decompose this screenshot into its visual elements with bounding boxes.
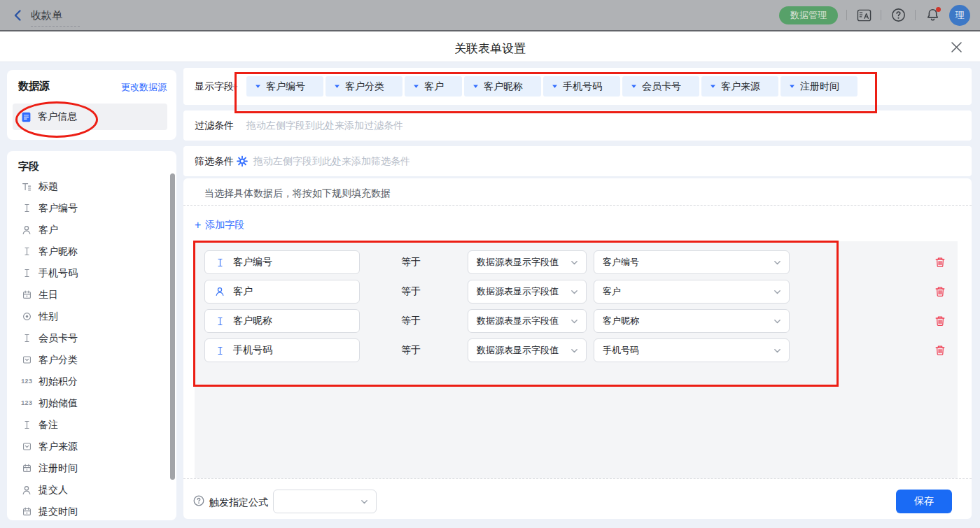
datasource-title: 数据源 xyxy=(18,80,50,93)
rule-source-select[interactable]: 数据源表显示字段值 xyxy=(468,309,587,333)
help-circle-icon[interactable] xyxy=(193,495,204,506)
rule-rows: 客户编号 等于 数据源表显示字段值 客户编号 xyxy=(204,250,948,362)
rule-field[interactable]: 客户 xyxy=(204,280,360,304)
rule-value-select[interactable]: 客户编号 xyxy=(594,250,790,274)
chevron-down-icon xyxy=(570,287,579,297)
field-list-item[interactable]: 标题 xyxy=(7,176,176,197)
field-list-item[interactable]: 生日 xyxy=(7,284,176,306)
select-icon xyxy=(21,355,32,366)
field-list-item-label: 备注 xyxy=(38,419,58,431)
field-list-item[interactable]: 客户 xyxy=(7,219,176,241)
avatar[interactable]: 理 xyxy=(949,5,970,26)
fields-scrollbar[interactable] xyxy=(170,173,175,480)
field-list-item[interactable]: 123 初始积分 xyxy=(7,371,176,392)
trash-icon[interactable] xyxy=(934,257,946,268)
chevron-down-icon xyxy=(570,317,579,326)
field-list-item-label: 提交时间 xyxy=(38,506,78,518)
field-list-item[interactable]: 123 初始储值 xyxy=(7,392,176,414)
display-field-tag-label: 注册时间 xyxy=(800,80,839,93)
field-list-item-label: 手机号码 xyxy=(38,267,78,280)
rule-row: 手机号码 等于 数据源表显示字段值 手机号码 xyxy=(204,338,948,362)
notification-dot xyxy=(936,7,941,12)
rule-field[interactable]: 客户编号 xyxy=(204,250,360,274)
display-field-tags: 客户编号 客户分类 客户 客户昵称 手机号码 会员卡号 xyxy=(246,68,858,105)
filter-condition-row[interactable]: 过滤条件 拖动左侧字段到此处来添加过滤条件 xyxy=(183,110,972,141)
field-list-item-label: 客户分类 xyxy=(38,354,78,366)
filter-condition-label: 过滤条件 xyxy=(195,120,234,132)
field-list-item[interactable]: 手机号码 xyxy=(7,262,176,284)
rule-row: 客户昵称 等于 数据源表显示字段值 客户昵称 xyxy=(204,309,948,333)
triangle-down-icon xyxy=(413,83,419,90)
separator xyxy=(846,10,847,20)
datasource-selected-label: 客户信息 xyxy=(38,110,77,123)
add-field-button[interactable]: + 添加字段 xyxy=(195,219,244,231)
display-field-tag-label: 客户昵称 xyxy=(484,80,523,93)
rule-row: 客户编号 等于 数据源表显示字段值 客户编号 xyxy=(204,250,948,274)
field-list-item[interactable]: 客户昵称 xyxy=(7,241,176,262)
calendar-icon xyxy=(21,463,32,474)
separator xyxy=(915,10,916,20)
rule-value-select[interactable]: 客户 xyxy=(594,280,790,304)
field-list-item[interactable]: 性别 xyxy=(7,306,176,327)
rule-value-select[interactable]: 手机号码 xyxy=(594,338,790,362)
rule-field[interactable]: 客户昵称 xyxy=(204,309,360,333)
modal-header: 关联表单设置 xyxy=(0,31,980,62)
save-button[interactable]: 保存 xyxy=(896,490,952,513)
text-icon xyxy=(21,203,32,214)
rule-source-select[interactable]: 数据源表显示字段值 xyxy=(468,338,587,362)
display-field-tag-label: 客户分类 xyxy=(345,80,384,93)
change-datasource-link[interactable]: 更改数据源 xyxy=(121,81,167,94)
field-list-item-label: 会员卡号 xyxy=(38,332,78,345)
chevron-down-icon xyxy=(773,317,782,326)
display-fields-label: 显示字段 xyxy=(195,80,234,93)
field-list-item-label: 注册时间 xyxy=(38,462,78,475)
rule-value-select[interactable]: 客户昵称 xyxy=(594,309,790,333)
display-field-tag-label: 客户编号 xyxy=(266,80,305,93)
trash-icon[interactable] xyxy=(934,286,946,297)
calendar-icon xyxy=(21,506,32,518)
rule-field[interactable]: 手机号码 xyxy=(204,338,360,362)
display-field-tag[interactable]: 手机号码 xyxy=(543,76,620,97)
trash-icon[interactable] xyxy=(934,345,946,356)
field-list-item[interactable]: 客户编号 xyxy=(7,197,176,219)
screen-condition-row[interactable]: 筛选条件 拖动左侧字段到此处来添加筛选条件 xyxy=(183,146,972,176)
datasource-selected-item[interactable]: 客户信息 xyxy=(13,104,167,130)
display-field-tag[interactable]: 注册时间 xyxy=(780,76,858,97)
chevron-down-icon xyxy=(360,497,369,506)
close-icon[interactable] xyxy=(951,41,962,53)
field-list-item-label: 性别 xyxy=(38,311,58,323)
bell-icon[interactable] xyxy=(924,7,941,24)
display-field-tag[interactable]: 客户编号 xyxy=(246,76,323,97)
fill-rules-card: 当选择具体数据后，将按如下规则填充数据 + 添加字段 客户编号 等于 数据源表显… xyxy=(183,178,972,519)
field-list-item[interactable]: 注册时间 xyxy=(7,457,176,479)
trash-icon[interactable] xyxy=(934,315,946,327)
trigger-formula-select[interactable] xyxy=(273,490,377,513)
field-list-item[interactable]: 备注 xyxy=(7,414,176,436)
translate-icon[interactable] xyxy=(855,7,872,24)
trigger-formula-label: 触发指定公式 xyxy=(209,497,268,509)
display-field-tag[interactable]: 客户分类 xyxy=(326,76,402,97)
rule-source-select[interactable]: 数据源表显示字段值 xyxy=(468,280,587,304)
rule-field-label: 客户昵称 xyxy=(233,315,272,327)
rule-field-label: 客户 xyxy=(233,285,253,298)
add-display-field-button[interactable]: + xyxy=(231,80,238,94)
field-list-item[interactable]: 客户来源 xyxy=(7,436,176,457)
data-manage-button[interactable]: 数据管理 xyxy=(779,6,838,24)
gear-icon[interactable] xyxy=(237,155,248,167)
rule-source-select[interactable]: 数据源表显示字段值 xyxy=(468,250,587,274)
field-list-item[interactable]: 会员卡号 xyxy=(7,327,176,349)
display-field-tag[interactable]: 客户昵称 xyxy=(464,76,541,97)
chevron-down-icon xyxy=(773,258,782,267)
field-list-item[interactable]: 提交人 xyxy=(7,479,176,501)
user-icon xyxy=(21,224,32,236)
display-field-tag[interactable]: 会员卡号 xyxy=(622,76,699,97)
field-list-item[interactable]: 客户分类 xyxy=(7,349,176,371)
display-field-tag[interactable]: 客户 xyxy=(405,76,462,97)
field-list-item[interactable]: 提交时间 xyxy=(7,501,176,522)
help-icon[interactable] xyxy=(890,7,906,24)
display-field-tag[interactable]: 客户来源 xyxy=(701,76,778,97)
triangle-down-icon xyxy=(255,83,261,90)
field-list-item-label: 初始储值 xyxy=(38,397,78,410)
plus-icon: + xyxy=(195,219,201,231)
display-field-tag-label: 客户来源 xyxy=(721,80,760,93)
